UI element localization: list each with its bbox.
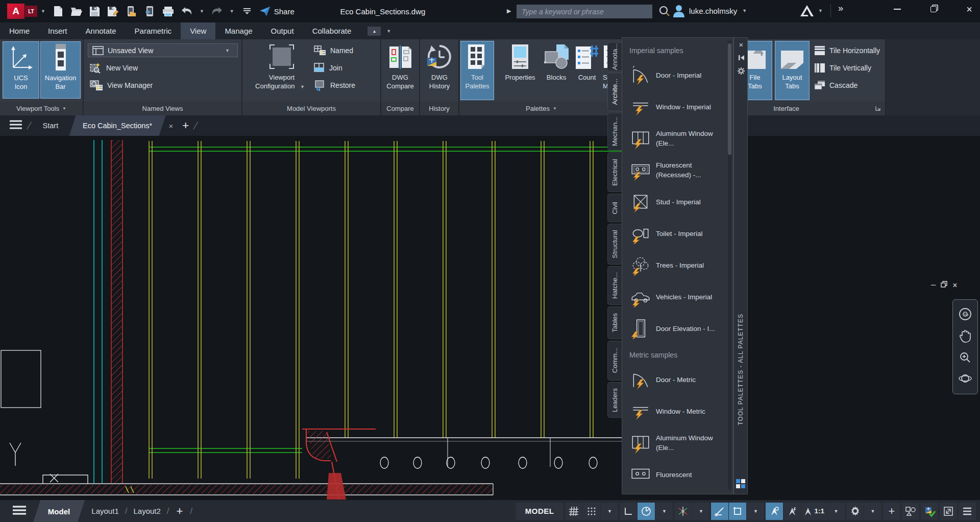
ribbon-tab-collaborate[interactable]: Collaborate bbox=[303, 22, 361, 39]
open-file-button[interactable] bbox=[70, 5, 83, 18]
layout-tabs-toggle-button[interactable]: LayoutTabs bbox=[775, 41, 810, 100]
navigation-bar-toggle-button[interactable]: NavigationBar bbox=[40, 41, 81, 99]
polar-settings-caret[interactable]: ▼ bbox=[655, 503, 673, 520]
count-palette-button[interactable]: Count bbox=[573, 41, 601, 100]
palette-item-door-imperial[interactable]: Door - Imperial bbox=[629, 59, 733, 91]
graphics-performance-button[interactable] bbox=[921, 503, 938, 520]
new-drawing-tab-button[interactable]: + bbox=[182, 119, 189, 132]
new-view-button[interactable]: New View bbox=[90, 61, 238, 75]
osnap-settings-caret[interactable]: ▼ bbox=[747, 503, 764, 520]
palette-scrollbar-thumb[interactable] bbox=[728, 43, 731, 155]
workspace-caret[interactable]: ▼ bbox=[864, 503, 881, 520]
search-input[interactable] bbox=[517, 5, 652, 18]
file-tabs-menu-icon[interactable] bbox=[9, 120, 22, 132]
new-layout-button[interactable]: + bbox=[177, 505, 183, 518]
ribbon-tab-view[interactable]: View bbox=[181, 22, 215, 39]
title-expand-icon[interactable]: ▶ bbox=[507, 8, 511, 14]
palette-close-icon[interactable]: × bbox=[734, 38, 748, 51]
isolate-objects-button[interactable] bbox=[902, 503, 919, 520]
redo-caret-icon[interactable]: ▼ bbox=[230, 9, 234, 14]
view-manager-button[interactable]: View Manager bbox=[90, 78, 238, 92]
tile-horizontally-button[interactable]: Tile Horizontally bbox=[814, 43, 880, 58]
user-account-button[interactable]: luke.cholmsky ▼ bbox=[673, 4, 750, 17]
isometric-drafting-toggle[interactable] bbox=[674, 503, 692, 520]
undo-caret-icon[interactable]: ▼ bbox=[200, 9, 204, 14]
palette-item-trees[interactable]: Trees - Imperial bbox=[629, 249, 733, 281]
ribbon-minimize-button[interactable]: ▲ bbox=[368, 27, 381, 36]
workspace-switching-button[interactable] bbox=[846, 503, 864, 520]
orbit-icon[interactable] bbox=[959, 372, 972, 387]
palette-autohide-icon[interactable] bbox=[734, 51, 748, 64]
model-tab[interactable]: Model bbox=[33, 500, 85, 522]
palette-item-window-metric[interactable]: Window - Metric bbox=[629, 395, 733, 427]
save-to-web-mobile-button[interactable] bbox=[143, 5, 157, 18]
tile-vertically-button[interactable]: Tile Vertically bbox=[814, 61, 871, 75]
palette-tab-mechanical[interactable]: Mechan... bbox=[607, 113, 622, 151]
polar-tracking-toggle[interactable] bbox=[638, 503, 655, 520]
ribbon-tab-output[interactable]: Output bbox=[262, 22, 303, 39]
palette-tab-hatches[interactable]: Hatche... bbox=[607, 266, 622, 305]
palette-item-window-imperial[interactable]: Window - Imperial bbox=[629, 91, 733, 123]
file-tab-close-icon[interactable]: × bbox=[168, 122, 173, 130]
panel-footer-history[interactable]: History bbox=[420, 101, 458, 115]
tool-palettes-button[interactable]: ToolPalettes bbox=[460, 41, 494, 100]
new-file-button[interactable] bbox=[52, 5, 65, 18]
blocks-palette-button[interactable]: Blocks bbox=[541, 41, 572, 100]
ribbon-tab-parametric[interactable]: Parametric bbox=[126, 22, 181, 39]
object-snap-toggle[interactable] bbox=[729, 503, 746, 520]
viewport-minimize-icon[interactable]: ─ bbox=[931, 281, 936, 290]
autodesk-logo[interactable]: ▼ bbox=[799, 4, 826, 17]
layout1-tab[interactable]: Layout1 bbox=[88, 507, 121, 515]
window-close-button[interactable]: × bbox=[958, 0, 980, 18]
app-menu-button[interactable]: A LT ▼ bbox=[7, 4, 49, 19]
palette-tab-structural[interactable]: Structural bbox=[607, 224, 622, 265]
join-viewports-button[interactable]: Join bbox=[314, 61, 342, 75]
palette-tab-command[interactable]: Comm... bbox=[607, 341, 622, 381]
palette-tab-tables[interactable]: Tables bbox=[607, 306, 622, 339]
panel-footer-compare[interactable]: Compare bbox=[381, 101, 419, 115]
view-list-dropdown[interactable]: Unsaved View ▼ bbox=[88, 43, 238, 57]
properties-palette-button[interactable]: Properties bbox=[500, 41, 540, 100]
palette-item-aluminum-window-metric[interactable]: Aluminum Window (Ele... bbox=[629, 427, 733, 459]
snap-settings-caret[interactable]: ▼ bbox=[601, 503, 618, 520]
search-icon[interactable] bbox=[658, 5, 671, 19]
window-restore-button[interactable] bbox=[922, 0, 945, 18]
more-toolbar-icon[interactable]: » bbox=[838, 3, 843, 14]
palette-tab-annotation[interactable]: Annota... bbox=[607, 42, 622, 71]
ribbon-tab-home[interactable]: Home bbox=[0, 22, 39, 39]
file-tab-start[interactable]: Start bbox=[36, 122, 66, 130]
layout2-tab[interactable]: Layout2 bbox=[130, 507, 163, 515]
open-from-web-mobile-button[interactable] bbox=[125, 5, 138, 18]
ucs-icon-toggle-button[interactable]: UCSIcon bbox=[3, 41, 39, 99]
palette-properties-icon[interactable] bbox=[734, 64, 748, 78]
palette-item-vehicles[interactable]: Vehicles - Imperial bbox=[629, 281, 733, 313]
redo-button[interactable] bbox=[210, 5, 224, 18]
panel-footer-model-viewports[interactable]: Model Viewports bbox=[242, 101, 380, 115]
annotation-visibility-toggle[interactable] bbox=[766, 503, 783, 520]
palette-item-fluorescent[interactable]: Fluorescent (Recessed) -... bbox=[629, 154, 733, 186]
customization-menu-button[interactable] bbox=[959, 503, 976, 520]
model-space-badge[interactable]: MODEL bbox=[516, 503, 564, 520]
autoscale-toggle[interactable] bbox=[783, 503, 801, 520]
viewport-close-icon[interactable]: × bbox=[952, 281, 957, 290]
viewport-restore-icon[interactable] bbox=[941, 281, 947, 290]
save-button[interactable] bbox=[88, 5, 102, 18]
save-as-button[interactable] bbox=[107, 5, 120, 18]
panel-footer-palettes[interactable]: Palettes▼ bbox=[459, 101, 623, 115]
panel-footer-viewport-tools[interactable]: Viewport Tools▼ bbox=[0, 101, 83, 115]
pan-hand-icon[interactable] bbox=[959, 329, 971, 345]
palette-scrollbar[interactable] bbox=[728, 40, 731, 490]
object-snap-tracking-toggle[interactable] bbox=[711, 503, 728, 520]
cascade-button[interactable]: Cascade bbox=[814, 78, 857, 92]
ortho-mode-toggle[interactable] bbox=[620, 503, 637, 520]
palette-tab-electrical[interactable]: Electrical bbox=[607, 152, 622, 192]
restore-viewports-button[interactable]: Restore bbox=[314, 78, 355, 92]
palette-view-options-icon[interactable] bbox=[736, 479, 746, 491]
grid-display-toggle[interactable] bbox=[565, 503, 582, 520]
annotation-scale-caret[interactable]: ▼ bbox=[827, 503, 845, 520]
palette-tab-civil[interactable]: Civil bbox=[607, 194, 622, 222]
clean-screen-button[interactable] bbox=[940, 503, 957, 520]
plus-customize-button[interactable]: + bbox=[883, 503, 900, 520]
snap-mode-toggle[interactable] bbox=[583, 503, 600, 520]
plot-button[interactable] bbox=[162, 5, 175, 18]
